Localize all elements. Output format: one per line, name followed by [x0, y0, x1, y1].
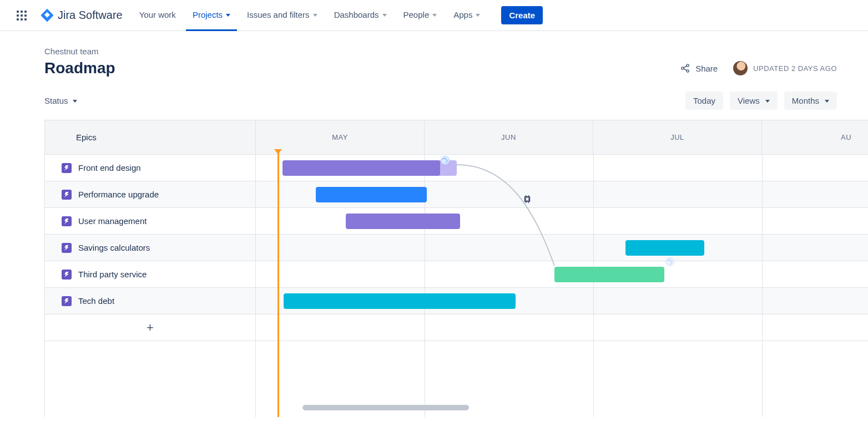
product-name: Jira Software — [58, 9, 123, 22]
epic-name: Tech debt — [78, 296, 114, 306]
page-title: Roadmap — [44, 59, 115, 77]
nav-people[interactable]: People — [397, 0, 444, 31]
timeline-bar[interactable] — [554, 267, 664, 282]
epic-row[interactable]: Savings calculators — [45, 235, 255, 261]
month-col: AU — [762, 120, 868, 154]
epic-row[interactable]: User management — [45, 208, 255, 235]
timeline-bar[interactable] — [346, 214, 460, 229]
month-col: JUL — [593, 120, 762, 154]
epic-row[interactable]: Front end design — [45, 155, 255, 181]
roadmap-grid: Epics Front end design Performance upgra… — [44, 120, 868, 417]
epic-icon — [62, 216, 72, 226]
create-button[interactable]: Create — [501, 6, 543, 24]
timeline-bar[interactable] — [625, 240, 704, 256]
dependency-link-icon[interactable] — [665, 257, 674, 266]
epic-icon — [62, 270, 72, 280]
bars-layer — [256, 155, 868, 314]
epics-header: Epics — [45, 120, 255, 155]
page-content: Chestnut team Roadmap Share UPDATED 2 DA… — [0, 31, 868, 417]
svg-point-0 — [682, 67, 684, 69]
timeline-bar[interactable] — [316, 187, 427, 202]
month-col: JUN — [425, 120, 593, 154]
epic-icon — [62, 190, 72, 200]
epic-icon — [62, 163, 72, 173]
breadcrumb[interactable]: Chestnut team — [44, 47, 868, 56]
epic-row[interactable]: Tech debt — [45, 288, 255, 314]
epic-name: User management — [78, 216, 147, 226]
epic-name: Performance upgrade — [78, 190, 159, 199]
share-label: Share — [695, 64, 718, 73]
epic-name: Third party service — [78, 270, 147, 279]
scale-dropdown[interactable]: Months — [784, 92, 837, 110]
timeline-bar[interactable] — [284, 293, 516, 309]
add-epic-button[interactable]: + — [45, 314, 255, 341]
epic-row[interactable]: Performance upgrade — [45, 181, 255, 208]
status-filter[interactable]: Status — [44, 96, 77, 105]
timeline[interactable]: MAY JUN JUL AU — [256, 120, 868, 417]
views-dropdown[interactable]: Views — [730, 92, 778, 110]
nav-projects[interactable]: Projects — [186, 0, 237, 31]
share-button[interactable]: Share — [680, 63, 718, 74]
chevron-down-icon — [825, 100, 829, 103]
epic-row[interactable]: Third party service — [45, 261, 255, 288]
epics-column: Epics Front end design Performance upgra… — [45, 120, 256, 417]
epic-name: Front end design — [78, 163, 141, 172]
chevron-down-icon — [432, 14, 437, 17]
nav-issues-filters[interactable]: Issues and filters — [240, 0, 324, 31]
today-button[interactable]: Today — [685, 92, 723, 110]
product-logo[interactable]: Jira Software — [40, 8, 123, 23]
updated-text: UPDATED 2 DAYS AGO — [753, 64, 837, 73]
nav-apps[interactable]: Apps — [447, 0, 487, 31]
nav-your-work[interactable]: Your work — [133, 0, 183, 31]
epic-icon — [62, 296, 72, 306]
app-switcher-icon[interactable] — [13, 7, 30, 24]
today-marker-icon — [274, 149, 282, 154]
chevron-down-icon — [476, 14, 480, 17]
primary-nav: Your work Projects Issues and filters Da… — [133, 0, 487, 31]
horizontal-scrollbar[interactable] — [302, 405, 469, 410]
today-line — [277, 151, 279, 417]
chevron-down-icon — [382, 14, 387, 17]
share-icon — [680, 63, 691, 74]
avatar[interactable] — [733, 61, 748, 75]
chevron-down-icon — [313, 14, 317, 17]
epic-icon — [62, 243, 72, 253]
chevron-down-icon — [765, 100, 770, 103]
jira-icon — [40, 8, 54, 23]
timeline-bar[interactable] — [282, 160, 440, 176]
nav-dashboards[interactable]: Dashboards — [327, 0, 393, 31]
epic-name: Savings calculators — [78, 243, 150, 252]
plus-icon: + — [147, 322, 154, 334]
chevron-down-icon — [226, 14, 230, 17]
chevron-down-icon — [73, 100, 77, 103]
top-nav: Jira Software Your work Projects Issues … — [0, 0, 868, 31]
month-header: MAY JUN JUL AU — [256, 120, 868, 155]
updated-info: UPDATED 2 DAYS AGO — [733, 61, 837, 75]
dependency-link-icon[interactable] — [441, 156, 450, 165]
